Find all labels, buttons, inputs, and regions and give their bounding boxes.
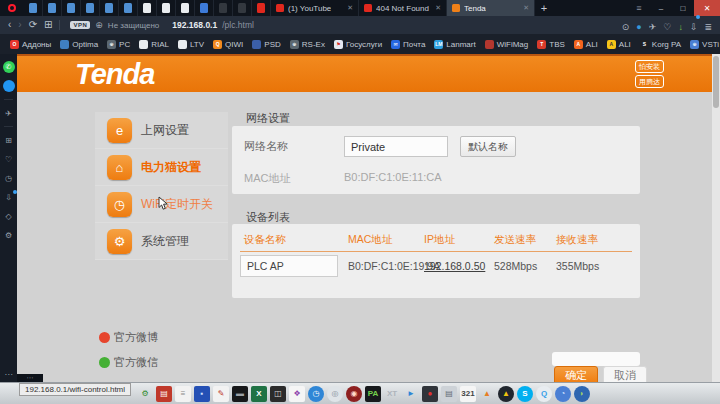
menu-item[interactable]: ⚙ 系统管理 — [95, 223, 228, 260]
browser-tab[interactable]: Tenda ✕ — [447, 0, 535, 16]
sidebar-overflow-box[interactable]: ⋯ — [17, 374, 43, 382]
pinned-tab[interactable] — [43, 0, 62, 16]
page-scrollbar[interactable] — [712, 54, 720, 382]
browser-tab[interactable]: (1) YouTube ✕ — [271, 0, 359, 16]
url-field[interactable]: VPN ⊕ Не защищено 192.168.0.1 /plc.html — [67, 20, 614, 30]
social-link[interactable]: 官方微博 — [99, 330, 158, 345]
menu-item[interactable]: ⌂ 电力猫设置 — [95, 149, 228, 186]
taskbar-icon[interactable]: ❖ — [289, 386, 305, 402]
reload-button[interactable]: ⟳ — [29, 20, 37, 30]
taskbar-icon[interactable]: ✎ — [213, 386, 229, 402]
window-maximize-button[interactable]: □ — [672, 0, 694, 16]
taskbar-icon[interactable]: ▤ — [441, 386, 457, 402]
site-info-icon[interactable]: ⊕ — [95, 20, 103, 30]
taskbar-icon[interactable]: ▪ — [194, 386, 210, 402]
address-action-icon[interactable]: ≣ — [704, 17, 712, 33]
ok-button[interactable]: 确定 — [554, 366, 598, 382]
sidebar-icon[interactable]: ◷ — [3, 172, 15, 184]
taskbar-icon[interactable]: XT — [384, 386, 400, 402]
speed-dial-button[interactable]: ⊞ — [44, 20, 52, 30]
bookmark-item[interactable]: A ALI — [607, 40, 631, 49]
cancel-button[interactable]: 取消 — [603, 366, 647, 382]
taskbar-icon[interactable]: ► — [403, 386, 419, 402]
pinned-tab[interactable] — [214, 0, 233, 16]
forward-button[interactable]: › — [18, 20, 21, 30]
bookmark-item[interactable]: LM Lanmart — [434, 40, 475, 49]
sidebar-icon[interactable]: ⚙ — [3, 229, 15, 241]
bookmark-item[interactable]: ⊕ VSTi — [690, 40, 719, 49]
scrollbar-thumb[interactable] — [713, 56, 719, 108]
taskbar-icon[interactable]: ◷ — [308, 386, 324, 402]
bookmark-item[interactable]: A ALI — [574, 40, 598, 49]
taskbar-icon[interactable]: Q — [536, 386, 552, 402]
pinned-tab[interactable] — [176, 0, 195, 16]
tab-close-icon[interactable]: ✕ — [347, 4, 353, 12]
sidebar-icon[interactable] — [3, 80, 15, 92]
taskbar-icon[interactable]: S — [517, 386, 533, 402]
pinned-tab[interactable] — [252, 0, 271, 16]
bookmark-item[interactable]: T TBS — [537, 40, 565, 49]
pinned-tab[interactable] — [119, 0, 138, 16]
browser-tab[interactable]: 404 Not Found ✕ — [359, 0, 447, 16]
pinned-tab[interactable] — [157, 0, 176, 16]
sidebar-icon[interactable]: ✆ — [3, 61, 15, 73]
device-name-input[interactable]: PLC AP — [240, 255, 338, 277]
taskbar-icon[interactable]: ▤ — [156, 386, 172, 402]
taskbar-icon[interactable]: ◗ — [574, 386, 590, 402]
taskbar-icon[interactable]: ⚙ — [137, 386, 153, 402]
default-name-button[interactable]: 默认名称 — [460, 136, 516, 157]
pinned-tab[interactable] — [195, 0, 214, 16]
bookmark-item[interactable]: O Аддоны — [10, 40, 51, 49]
taskbar-icon[interactable]: ◎ — [327, 386, 343, 402]
address-action-icon[interactable]: ✈ — [649, 17, 657, 33]
sidebar-more-icon[interactable]: ⋯ — [5, 370, 13, 379]
address-action-icon[interactable]: ● — [636, 17, 641, 33]
window-minimize-button[interactable]: – — [650, 0, 672, 16]
sidebar-icon[interactable]: ♡ — [3, 153, 15, 165]
window-close-button[interactable]: ✕ — [694, 0, 720, 16]
bookmark-item[interactable]: ⊕ RS-Ex — [290, 40, 325, 49]
taskbar-icon[interactable]: 321 — [460, 386, 476, 402]
bookmark-item[interactable]: RIAL — [139, 40, 169, 49]
taskbar-icon[interactable]: X — [251, 386, 267, 402]
address-action-icon[interactable]: ⊙ — [622, 17, 630, 33]
taskbar-icon[interactable]: ◔ — [555, 386, 571, 402]
taskbar-icon[interactable]: ▲ — [479, 386, 495, 402]
pinned-tab[interactable] — [138, 0, 157, 16]
pinned-tab[interactable] — [81, 0, 100, 16]
address-action-icon[interactable]: ⇩ — [690, 17, 698, 33]
pinned-tab[interactable] — [100, 0, 119, 16]
bookmark-item[interactable]: ⊕ PC — [107, 40, 130, 49]
sidebar-icon[interactable]: ✈ — [3, 107, 15, 119]
taskbar-icon[interactable]: ◉ — [346, 386, 362, 402]
sidebar-icon[interactable]: ◇ — [3, 210, 15, 222]
sidebar-icon[interactable]: ⇩ — [3, 191, 15, 203]
taskbar-icon[interactable]: ▲ — [498, 386, 514, 402]
tab-close-icon[interactable]: ✕ — [435, 4, 441, 12]
tab-menu-icon[interactable]: ≡ — [628, 3, 650, 13]
taskbar-icon[interactable]: PA — [365, 386, 381, 402]
back-button[interactable]: ‹ — [8, 20, 11, 30]
new-tab-button[interactable]: + — [535, 2, 553, 14]
opera-menu-button[interactable] — [0, 4, 24, 12]
address-action-icon[interactable]: ↓ — [678, 17, 683, 33]
pinned-tab[interactable] — [233, 0, 252, 16]
sidebar-icon[interactable]: ⊞ — [3, 134, 15, 146]
bookmark-item[interactable]: Optima — [60, 40, 98, 49]
taskbar-icon[interactable]: ▬ — [232, 386, 248, 402]
bookmark-item[interactable]: WiFiMag — [485, 40, 529, 49]
pinned-tab[interactable] — [62, 0, 81, 16]
tab-close-icon[interactable]: ✕ — [523, 4, 529, 12]
bookmark-item[interactable]: ⚑ Госуслуги — [334, 40, 382, 49]
bookmark-item[interactable]: ✉ Почта — [391, 40, 425, 49]
bookmark-item[interactable]: LTV — [178, 40, 204, 49]
address-action-icon[interactable]: ♡ — [663, 17, 671, 33]
sidebar-icon[interactable] — [4, 99, 13, 100]
pinned-tab[interactable] — [24, 0, 43, 16]
bookmark-item[interactable]: Q QIWI — [213, 40, 243, 49]
network-name-input[interactable] — [344, 136, 448, 157]
sidebar-icon[interactable] — [4, 126, 13, 127]
menu-item[interactable]: e 上网设置 — [95, 112, 228, 149]
taskbar-icon[interactable]: ≡ — [175, 386, 191, 402]
taskbar-icon[interactable]: ◫ — [270, 386, 286, 402]
